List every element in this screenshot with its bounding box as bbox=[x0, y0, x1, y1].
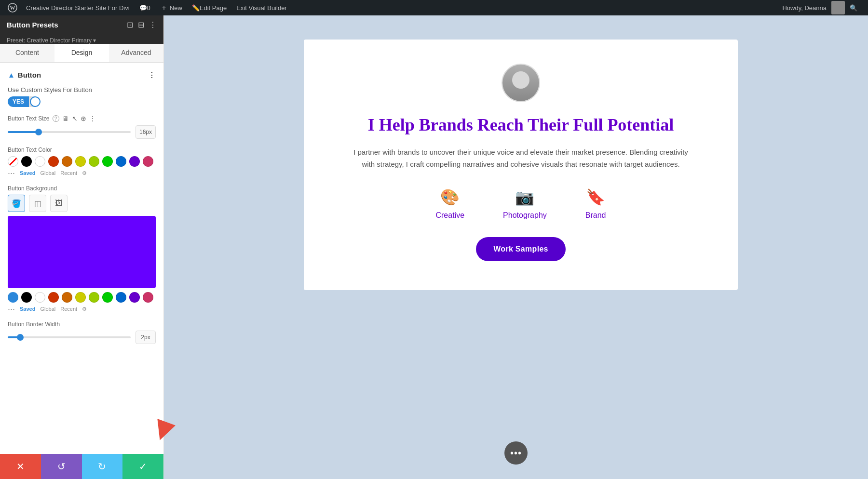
admin-bar-search[interactable]: 🔍 bbox=[845, 0, 862, 15]
plus-icon: ＋ bbox=[160, 3, 168, 13]
color-yellow[interactable] bbox=[75, 156, 86, 167]
sidebar-icon-columns[interactable]: ⊟ bbox=[138, 20, 144, 29]
section-controls: ⋮ bbox=[148, 70, 156, 80]
bg-tab-color[interactable]: 🪣 bbox=[8, 195, 25, 212]
footer-cancel-button[interactable]: ✕ bbox=[0, 454, 41, 479]
admin-bar-site[interactable]: Creative Director Starter Site For Divi bbox=[21, 0, 135, 15]
footer-redo-button[interactable]: ↻ bbox=[82, 454, 123, 479]
tab-content[interactable]: Content bbox=[0, 44, 54, 62]
canvas-area: I Help Brands Reach Their Full Potential… bbox=[164, 15, 868, 479]
avatar-head bbox=[512, 71, 529, 89]
color-settings-icon[interactable]: ⚙ bbox=[82, 170, 87, 176]
color-green[interactable] bbox=[102, 156, 113, 167]
admin-bar-exit-builder[interactable]: Exit Visual Builder bbox=[231, 0, 292, 15]
sidebar-tabs: Content Design Advanced bbox=[0, 44, 163, 63]
photography-label: Photography bbox=[503, 211, 547, 220]
tab-design[interactable]: Design bbox=[54, 44, 109, 62]
bg-color-green[interactable] bbox=[102, 292, 113, 303]
toggle-label: Use Custom Styles For Button bbox=[8, 86, 156, 93]
bg-color-yellow-green[interactable] bbox=[89, 292, 99, 303]
button-border-width-slider[interactable] bbox=[8, 336, 131, 338]
bg-tab-image[interactable]: 🖼 bbox=[50, 195, 68, 212]
admin-bar-avatar[interactable] bbox=[831, 1, 845, 14]
sidebar-footer: ✕ ↺ ↻ ✓ bbox=[0, 454, 163, 479]
svg-text:W: W bbox=[10, 5, 15, 11]
button-section-header: ▲ Button ⋮ bbox=[8, 70, 156, 80]
bg-color-black[interactable] bbox=[21, 292, 32, 303]
button-text-color-palette bbox=[8, 156, 156, 167]
section-settings-icon[interactable]: ⋮ bbox=[148, 70, 156, 80]
border-slider-thumb[interactable] bbox=[17, 334, 24, 341]
color-global-label[interactable]: Global bbox=[40, 170, 55, 176]
button-text-size-slider[interactable] bbox=[8, 131, 131, 133]
cta-button[interactable]: Work Samples bbox=[476, 237, 566, 261]
admin-bar-comments[interactable]: 💬 0 bbox=[135, 0, 155, 15]
color-pink[interactable] bbox=[143, 156, 153, 167]
content-card: I Help Brands Reach Their Full Potential… bbox=[304, 40, 738, 290]
bg-color-yellow[interactable] bbox=[75, 292, 86, 303]
button-section-title: ▲ Button bbox=[8, 71, 41, 79]
bg-color-recent-label[interactable]: Recent bbox=[60, 306, 77, 312]
sidebar-scrollable-content: ▲ Button ⋮ Use Custom Styles For Button … bbox=[0, 63, 163, 454]
collapse-icon[interactable]: ▲ bbox=[8, 71, 15, 79]
bg-color-red[interactable] bbox=[48, 292, 59, 303]
color-recent-label[interactable]: Recent bbox=[60, 170, 77, 176]
bg-color-swatch-purple-active[interactable] bbox=[8, 292, 18, 303]
sidebar-icon-more[interactable]: ⋮ bbox=[149, 20, 157, 29]
bg-color-settings-icon[interactable]: ⚙ bbox=[82, 306, 87, 312]
fab-button[interactable]: ••• bbox=[504, 441, 528, 465]
button-bg-color-preview[interactable] bbox=[8, 216, 156, 288]
admin-bar-right: Howdy, Deanna 🔍 bbox=[777, 0, 862, 15]
pin-icon[interactable]: ⊕ bbox=[81, 115, 86, 122]
slider-thumb[interactable] bbox=[35, 129, 42, 135]
fab-dots-icon: ••• bbox=[510, 448, 522, 459]
bg-tab-gradient[interactable]: ◫ bbox=[29, 195, 46, 212]
more-icon[interactable]: ⋮ bbox=[89, 115, 96, 122]
bg-color-white[interactable] bbox=[35, 292, 45, 303]
color-saved-label[interactable]: Saved bbox=[20, 170, 35, 176]
button-text-size-value[interactable]: 16px bbox=[136, 125, 156, 139]
desktop-icon[interactable]: 🖥 bbox=[62, 115, 69, 122]
footer-reset-button[interactable]: ↺ bbox=[41, 454, 82, 479]
bg-color-pink[interactable] bbox=[143, 292, 153, 303]
bg-color-orange[interactable] bbox=[62, 292, 72, 303]
use-custom-styles-toggle[interactable]: YES bbox=[8, 96, 41, 107]
bg-color-global-label[interactable]: Global bbox=[40, 306, 55, 312]
admin-bar-howdy: Howdy, Deanna bbox=[777, 4, 831, 12]
button-text-color-section: Button Text Color ··· S bbox=[8, 146, 156, 177]
color-red[interactable] bbox=[48, 156, 59, 167]
color-yellow-green[interactable] bbox=[89, 156, 99, 167]
color-more-button[interactable]: ··· bbox=[8, 169, 15, 177]
button-border-width-section: Button Border Width 2px bbox=[8, 321, 156, 344]
color-white[interactable] bbox=[35, 156, 45, 167]
color-orange[interactable] bbox=[62, 156, 72, 167]
color-purple[interactable] bbox=[129, 156, 140, 167]
admin-bar-edit-page[interactable]: ✏️ Edit Page bbox=[187, 0, 231, 15]
button-background-section: Button Background 🪣 ◫ 🖼 bbox=[8, 185, 156, 313]
button-text-size-slider-row: 16px bbox=[8, 125, 156, 139]
admin-bar-new[interactable]: ＋ New bbox=[155, 0, 187, 15]
help-icon[interactable]: ? bbox=[53, 115, 59, 122]
color-blue[interactable] bbox=[116, 156, 126, 167]
bg-color-more-button[interactable]: ··· bbox=[8, 305, 15, 313]
tab-advanced[interactable]: Advanced bbox=[109, 44, 163, 62]
bg-color-saved-label[interactable]: Saved bbox=[20, 306, 35, 312]
color-black[interactable] bbox=[21, 156, 32, 167]
wp-logo-icon[interactable]: W bbox=[6, 0, 19, 15]
toggle-handle bbox=[30, 96, 41, 107]
cursor-icon[interactable]: ↖ bbox=[72, 115, 78, 122]
sidebar-icon-screen[interactable]: ⊡ bbox=[127, 20, 133, 29]
bg-color-meta-row: ··· Saved Global Recent ⚙ bbox=[8, 305, 156, 313]
button-border-width-value[interactable]: 2px bbox=[136, 331, 156, 344]
footer-confirm-button[interactable]: ✓ bbox=[122, 454, 163, 479]
button-text-color-label: Button Text Color bbox=[8, 146, 156, 153]
bg-color-blue[interactable] bbox=[116, 292, 126, 303]
bg-color-purple[interactable] bbox=[129, 292, 140, 303]
icon-col-brand: 🔖 Brand bbox=[585, 188, 606, 220]
sidebar-header-icons: ⊡ ⊟ ⋮ bbox=[127, 20, 157, 29]
canvas-icons-row: 🎨 Creative 📷 Photography 🔖 Brand bbox=[435, 188, 606, 220]
canvas-subtext: I partner with brands to uncover their u… bbox=[352, 146, 690, 171]
color-transparent[interactable] bbox=[8, 156, 18, 167]
color-meta-row: ··· Saved Global Recent ⚙ bbox=[8, 169, 156, 177]
sidebar-preset-label[interactable]: Preset: Creative Director Primary ▾ bbox=[0, 34, 163, 44]
